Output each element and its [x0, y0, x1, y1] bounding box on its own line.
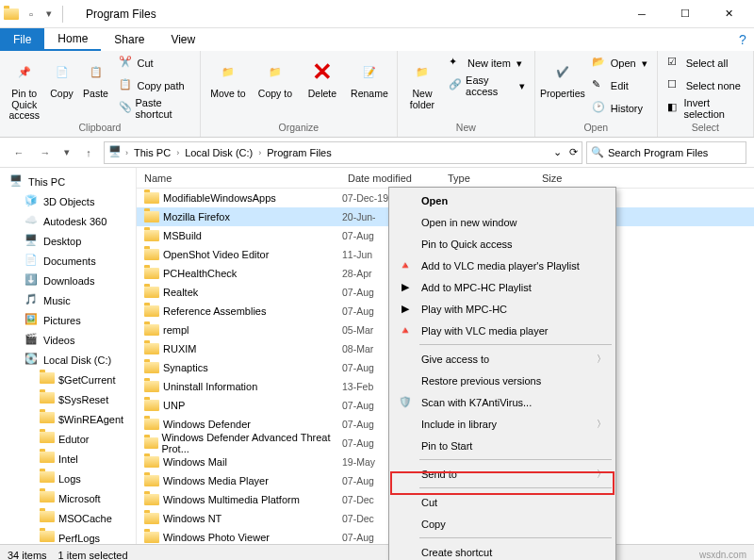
- nav-pictures[interactable]: 🖼️Pictures: [0, 310, 136, 330]
- nav-thispc[interactable]: 🖥️This PC: [0, 172, 136, 191]
- ctx-include-library[interactable]: Include in library〉: [391, 413, 614, 435]
- ctx-cut[interactable]: Cut: [391, 491, 614, 513]
- paste-shortcut-button[interactable]: 📎Paste shortcut: [115, 98, 194, 119]
- folder-icon: [144, 287, 159, 298]
- nav-intel[interactable]: Intel: [0, 449, 136, 469]
- folder-icon: [144, 211, 159, 222]
- nav-music[interactable]: 🎵Music: [0, 290, 136, 310]
- nav-3dobjects[interactable]: 🧊3D Objects: [0, 191, 136, 211]
- delete-button[interactable]: ✕Delete: [301, 53, 344, 100]
- nav-desktop[interactable]: 🖥️Desktop: [0, 231, 136, 251]
- chevron-right-icon: 〉: [597, 468, 606, 481]
- breadcrumb[interactable]: 🖥️ › This PC › Local Disk (C:) › Program…: [104, 141, 582, 164]
- qat-item[interactable]: ▫: [23, 7, 40, 22]
- new-item-button[interactable]: ✦New item▾: [445, 53, 529, 74]
- folder-icon: [144, 192, 159, 204]
- nav-localdisk[interactable]: 💽Local Disk (C:): [0, 350, 136, 370]
- nav-edutor[interactable]: Edutor: [0, 429, 136, 449]
- column-headers[interactable]: Name Date modified Type Size: [137, 168, 754, 189]
- nav-documents[interactable]: 📄Documents: [0, 251, 136, 271]
- new-folder-button[interactable]: 📁New folder: [403, 53, 441, 110]
- ribbon: 📌Pin to Quick access 📄Copy 📋Paste ✂️Cut …: [0, 51, 754, 138]
- mpc-icon: ▶: [397, 301, 414, 318]
- chevron-right-icon: 〉: [597, 418, 606, 431]
- nav-msocache[interactable]: MSOCache: [0, 508, 136, 528]
- ctx-create-shortcut[interactable]: Create shortcut: [391, 541, 614, 560]
- qat-dropdown[interactable]: ▾: [43, 7, 55, 22]
- nav-logs[interactable]: Logs: [0, 469, 136, 488]
- folder-icon: [144, 230, 159, 241]
- ctx-give-access[interactable]: Give access to〉: [391, 348, 614, 370]
- breadcrumb-dropdown[interactable]: ⌄: [553, 146, 562, 158]
- folder-icon: [144, 249, 159, 260]
- ctx-play-mpc[interactable]: ▶Play with MPC-HC: [391, 298, 614, 320]
- chevron-right-icon: 〉: [597, 353, 606, 366]
- select-none-button[interactable]: ☐Select none: [664, 75, 747, 96]
- copy-button[interactable]: 📄Copy: [47, 53, 77, 100]
- folder-icon: [144, 513, 159, 524]
- ctx-copy[interactable]: Copy: [391, 513, 614, 535]
- nav-sysreset[interactable]: $SysReset: [0, 389, 136, 409]
- maximize-button[interactable]: ☐: [664, 0, 707, 28]
- close-button[interactable]: ✕: [707, 0, 750, 28]
- col-name[interactable]: Name: [137, 173, 342, 184]
- ctx-play-vlc[interactable]: 🔺Play with VLC media player: [391, 320, 614, 341]
- ctx-send-to[interactable]: Send to〉: [391, 463, 614, 485]
- paste-button[interactable]: 📋Paste: [81, 53, 111, 100]
- folder-icon: [144, 268, 159, 279]
- easy-access-button[interactable]: 🔗Easy access▾: [445, 75, 529, 96]
- nav-winreagent[interactable]: $WinREAgent: [0, 409, 136, 429]
- watermark: wsxdn.com: [699, 550, 746, 560]
- move-to-button[interactable]: 📁Move to: [206, 53, 250, 100]
- folder-icon: [144, 532, 159, 543]
- invert-selection-button[interactable]: ◧Invert selection: [664, 98, 747, 119]
- ctx-open-new-window[interactable]: Open in new window: [391, 211, 614, 233]
- nav-videos[interactable]: 🎬Videos: [0, 330, 136, 350]
- copy-to-button[interactable]: 📁Copy to: [254, 53, 297, 100]
- nav-downloads[interactable]: ⬇️Downloads: [0, 271, 136, 290]
- rename-button[interactable]: 📝Rename: [348, 53, 391, 100]
- properties-button[interactable]: ✔️Properties: [541, 53, 584, 100]
- nav-perflogs[interactable]: PerfLogs: [0, 528, 136, 544]
- ctx-scan-k7[interactable]: 🛡️Scan with K7AntiVirus...: [391, 391, 614, 413]
- open-button[interactable]: 📂Open▾: [588, 53, 651, 74]
- ctx-add-vlc-playlist[interactable]: 🔺Add to VLC media player's Playlist: [391, 255, 614, 276]
- folder-icon: [144, 305, 159, 317]
- search-input[interactable]: 🔍 Search Program Files: [586, 141, 746, 164]
- view-tab[interactable]: View: [157, 28, 208, 51]
- col-date[interactable]: Date modified: [342, 173, 442, 184]
- address-bar: ← → ▾ ↑ 🖥️ › This PC › Local Disk (C:) ›…: [0, 138, 754, 168]
- folder-icon: [144, 494, 159, 505]
- pin-quick-access-button[interactable]: 📌Pin to Quick access: [6, 53, 43, 122]
- ctx-open[interactable]: Open: [391, 189, 614, 211]
- ctx-add-mpc-playlist[interactable]: ▶Add to MPC-HC Playlist: [391, 276, 614, 298]
- ctx-pin-start[interactable]: Pin to Start: [391, 435, 614, 456]
- col-size[interactable]: Size: [536, 173, 593, 184]
- nav-getcurrent[interactable]: $GetCurrent: [0, 370, 136, 389]
- copy-path-button[interactable]: 📋Copy path: [115, 75, 194, 96]
- folder-icon: [144, 381, 159, 392]
- folder-icon: [144, 362, 159, 373]
- home-tab[interactable]: Home: [44, 28, 101, 51]
- up-button[interactable]: ↑: [77, 141, 100, 164]
- file-tab[interactable]: File: [0, 28, 44, 51]
- help-icon[interactable]: ?: [731, 28, 754, 51]
- history-button[interactable]: 🕑History: [588, 98, 651, 119]
- nav-autodesk[interactable]: ☁️Autodesk 360: [0, 211, 136, 231]
- refresh-button[interactable]: ⟳: [569, 146, 578, 158]
- search-icon: 🔍: [591, 146, 604, 158]
- nav-microsoft[interactable]: Microsoft: [0, 488, 136, 508]
- ctx-restore-versions[interactable]: Restore previous versions: [391, 370, 614, 391]
- share-tab[interactable]: Share: [101, 28, 157, 51]
- col-type[interactable]: Type: [442, 173, 536, 184]
- vlc-icon: 🔺: [397, 322, 414, 339]
- navigation-pane[interactable]: 🖥️This PC 🧊3D Objects ☁️Autodesk 360 🖥️D…: [0, 168, 137, 544]
- cut-button[interactable]: ✂️Cut: [115, 53, 194, 74]
- edit-button[interactable]: ✎Edit: [588, 75, 651, 96]
- ctx-pin-quick-access[interactable]: Pin to Quick access: [391, 233, 614, 255]
- recent-button[interactable]: ▾: [60, 141, 74, 164]
- select-all-button[interactable]: ☑Select all: [664, 53, 747, 74]
- minimize-button[interactable]: ─: [620, 0, 664, 28]
- forward-button[interactable]: →: [34, 141, 57, 164]
- back-button[interactable]: ←: [8, 141, 30, 164]
